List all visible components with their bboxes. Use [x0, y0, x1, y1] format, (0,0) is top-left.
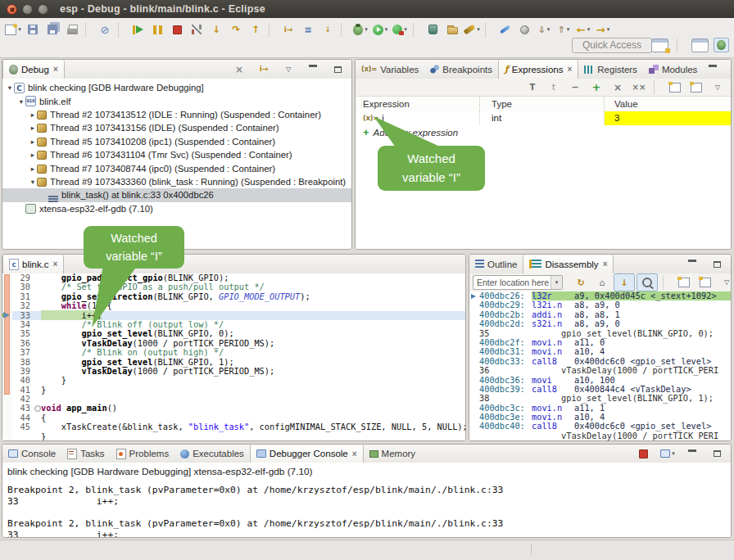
- show-source-button[interactable]: [637, 273, 658, 291]
- external-tools-button[interactable]: ▾: [390, 21, 410, 38]
- tree-item[interactable]: ▸Thread #2 1073413512 (IDLE : Running) (…: [2, 108, 351, 121]
- annotation-ruler[interactable]: [2, 273, 12, 440]
- instruction-stepping-mode-button[interactable]: i→: [254, 61, 274, 78]
- tab-executables[interactable]: Executables: [174, 445, 250, 463]
- tab-modules[interactable]: Modules: [643, 60, 703, 79]
- toggle-mark-occurrences-button[interactable]: [495, 21, 514, 38]
- expand-arrow-icon[interactable]: ▸: [29, 111, 37, 119]
- column-expression[interactable]: Expression: [356, 97, 480, 111]
- save-all-button[interactable]: [43, 21, 62, 38]
- pin-editor-button[interactable]: [514, 21, 534, 38]
- run-button[interactable]: ▾: [370, 21, 390, 38]
- tab-registers[interactable]: Registers: [578, 60, 643, 79]
- dropdown-icon[interactable]: ▾: [18, 26, 21, 33]
- resume-button[interactable]: [128, 21, 147, 38]
- close-icon[interactable]: ×: [567, 65, 572, 74]
- tab-breakpoints[interactable]: Breakpoints: [424, 60, 498, 79]
- tab-debug[interactable]: Debug×: [2, 60, 65, 79]
- tab-blink-c[interactable]: cblink.c×: [2, 255, 64, 273]
- pin-view-button[interactable]: [686, 79, 706, 96]
- home-button[interactable]: ⌂: [592, 274, 612, 291]
- remove-all-expressions-button[interactable]: ××: [629, 79, 649, 96]
- cpp-perspective-button[interactable]: [691, 38, 709, 52]
- expand-arrow-icon[interactable]: ▾: [6, 84, 14, 92]
- step-over-button[interactable]: ↷: [226, 21, 246, 38]
- debug-button[interactable]: ▾: [351, 21, 370, 38]
- tab-problems[interactable]: Problems: [111, 445, 175, 463]
- expand-arrow-icon[interactable]: ▸: [29, 138, 37, 146]
- new-view-button[interactable]: [665, 79, 685, 96]
- new-view-button[interactable]: [674, 274, 694, 291]
- debug-perspective-button[interactable]: [714, 38, 729, 52]
- forward-button[interactable]: →▾: [593, 21, 613, 38]
- back-button[interactable]: ←▾: [573, 21, 593, 38]
- close-icon[interactable]: ×: [603, 260, 608, 269]
- instruction-stepping-button[interactable]: i→: [279, 21, 298, 38]
- next-annotation-button[interactable]: ⇓▾: [534, 21, 554, 38]
- open-perspective-button[interactable]: [651, 38, 668, 52]
- print-button[interactable]: [62, 21, 82, 38]
- dropdown-icon[interactable]: ▾: [547, 26, 550, 33]
- search-button[interactable]: ▾: [462, 21, 482, 38]
- tree-item[interactable]: blink_task() at blink.c:33 0x400dbc26: [2, 188, 351, 201]
- window-maximize-button[interactable]: [38, 4, 48, 15]
- add-expression-button[interactable]: +: [587, 79, 606, 96]
- view-menu-button[interactable]: ▽: [708, 79, 727, 96]
- code-editor[interactable]: 29 gpio_pad_select_gpio(BLINK_GPIO);30 /…: [2, 273, 465, 440]
- tree-item[interactable]: xtensa-esp32-elf-gdb (7.10): [2, 202, 351, 215]
- tree-item[interactable]: ▸Thread #5 1073410208 (ipc1) (Suspended …: [2, 135, 351, 148]
- line-number[interactable]: 40: [12, 376, 34, 385]
- collapse-all-button[interactable]: −: [565, 79, 585, 96]
- save-button[interactable]: [23, 21, 43, 38]
- maximize-button[interactable]: [328, 61, 347, 78]
- tab-debugger-console[interactable]: Debugger Console×: [250, 445, 364, 463]
- pin-view-button[interactable]: [695, 274, 715, 291]
- window-minimize-button[interactable]: [22, 4, 33, 15]
- dropdown-icon[interactable]: ▾: [365, 26, 368, 33]
- disconnect-button[interactable]: [187, 21, 206, 38]
- dropdown-icon[interactable]: ▾: [607, 26, 610, 33]
- dropdown-icon[interactable]: ▾: [567, 26, 570, 33]
- minimize-button[interactable]: [682, 445, 702, 462]
- location-combo[interactable]: Enter location here ▾: [473, 275, 563, 290]
- terminate-console-button[interactable]: [633, 445, 653, 462]
- step-return-button[interactable]: ↑: [246, 21, 265, 38]
- maximize-button[interactable]: [707, 256, 727, 273]
- minimize-button[interactable]: [703, 61, 723, 78]
- line-number[interactable]: [12, 432, 34, 440]
- minimize-button[interactable]: [682, 256, 702, 273]
- line-number[interactable]: 45: [12, 422, 34, 431]
- tab-variables[interactable]: (x)=Variables: [356, 60, 424, 79]
- show-type-names-button[interactable]: T: [523, 79, 542, 96]
- column-value[interactable]: Value: [605, 97, 731, 111]
- sync-with-active-debug-context-button[interactable]: ↓: [614, 273, 635, 291]
- open-type-button[interactable]: [423, 21, 442, 38]
- maximize-button[interactable]: [707, 445, 727, 462]
- expand-arrow-icon[interactable]: ▸: [29, 165, 37, 173]
- location-input[interactable]: Enter location here: [473, 278, 550, 287]
- combo-dropdown-icon[interactable]: ▾: [550, 276, 562, 289]
- tab-disassembly[interactable]: Disassembly×: [523, 255, 614, 273]
- tree-item[interactable]: ▾Cblink checking [GDB Hardware Debugging…: [2, 81, 351, 94]
- fold-icon[interactable]: [34, 404, 41, 413]
- minimize-button[interactable]: [303, 61, 323, 78]
- line-number[interactable]: 37: [12, 348, 34, 357]
- dropdown-icon[interactable]: ▾: [404, 26, 407, 33]
- refresh-button[interactable]: ↻: [571, 274, 591, 291]
- tab-memory[interactable]: Memory: [364, 445, 422, 463]
- skip-all-breakpoints-button[interactable]: ⊘: [95, 21, 115, 38]
- tree-item[interactable]: ▾010blink.elf: [2, 94, 351, 107]
- quick-access-button[interactable]: Quick Access: [572, 38, 652, 53]
- window-close-button[interactable]: [7, 4, 17, 15]
- tree-item[interactable]: ▸Thread #6 1073431104 (Tmr Svc) (Suspend…: [2, 148, 351, 161]
- show-logical-structure-button[interactable]: t: [544, 79, 564, 96]
- console-output[interactable]: blink checking [GDB Hardware Debugging] …: [2, 463, 731, 537]
- display-selected-console-button[interactable]: ▾: [658, 445, 677, 462]
- use-step-filters-button[interactable]: ↓: [318, 21, 338, 38]
- close-icon[interactable]: ×: [53, 260, 58, 269]
- tree-item[interactable]: ▸Thread #3 1073413156 (IDLE) (Suspended …: [2, 121, 351, 134]
- dropdown-icon[interactable]: ▾: [672, 450, 675, 457]
- tab-expressions[interactable]: ƒExpressions×: [498, 60, 578, 79]
- dropdown-icon[interactable]: ▾: [587, 26, 591, 33]
- expand-arrow-icon[interactable]: ▸: [29, 124, 37, 132]
